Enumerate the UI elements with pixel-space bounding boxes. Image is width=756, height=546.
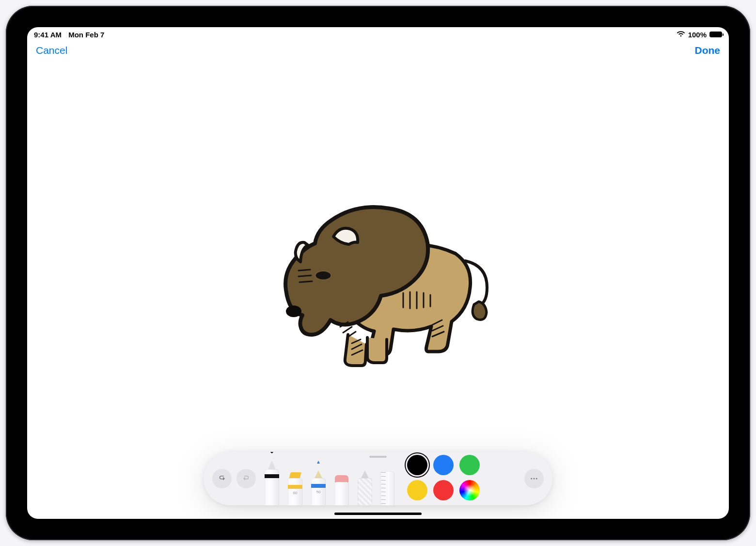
svg-point-16: [286, 305, 301, 317]
redo-button[interactable]: [236, 469, 256, 488]
bison-drawing: [252, 198, 504, 382]
toolbar-grabber[interactable]: [369, 456, 387, 458]
pencil-tool[interactable]: 50: [310, 470, 327, 505]
svg-point-20: [531, 478, 532, 480]
status-time: 9:41 AM: [34, 31, 62, 39]
eraser-tool[interactable]: [333, 475, 350, 505]
svg-line-11: [299, 270, 310, 271]
markup-toolbar: 80 50: [204, 452, 552, 505]
color-palette: [407, 455, 482, 502]
color-picker-button[interactable]: [459, 480, 480, 500]
screen: 9:41 AM Mon Feb 7 100% Cancel Done: [27, 27, 729, 519]
wifi-icon: [677, 31, 685, 39]
highlighter-tool[interactable]: 80: [287, 472, 303, 505]
home-indicator[interactable]: [334, 513, 422, 515]
drawing-canvas[interactable]: [27, 61, 729, 519]
svg-point-21: [534, 478, 535, 480]
lasso-tool[interactable]: [357, 470, 373, 505]
svg-line-12: [299, 275, 311, 276]
undo-button[interactable]: [212, 469, 232, 488]
color-red[interactable]: [433, 480, 454, 500]
more-button[interactable]: [524, 469, 544, 488]
tool-tray: 80 50: [264, 452, 395, 505]
svg-point-22: [536, 478, 537, 480]
battery-percent: 100%: [688, 31, 707, 39]
ipad-device-frame: 9:41 AM Mon Feb 7 100% Cancel Done: [6, 6, 750, 540]
status-date: Mon Feb 7: [68, 31, 104, 39]
color-black[interactable]: [407, 455, 427, 475]
svg-line-13: [299, 281, 312, 282]
color-yellow[interactable]: [407, 480, 427, 500]
svg-line-18: [343, 327, 352, 333]
nav-bar: Cancel Done: [27, 40, 729, 56]
done-button[interactable]: Done: [695, 45, 721, 56]
status-bar: 9:41 AM Mon Feb 7 100%: [27, 27, 729, 40]
color-green[interactable]: [459, 455, 480, 475]
color-blue[interactable]: [433, 455, 454, 475]
pen-tool[interactable]: [264, 461, 280, 505]
battery-icon: [709, 32, 722, 37]
cancel-button[interactable]: Cancel: [36, 45, 67, 56]
ruler-tool[interactable]: [380, 471, 395, 505]
